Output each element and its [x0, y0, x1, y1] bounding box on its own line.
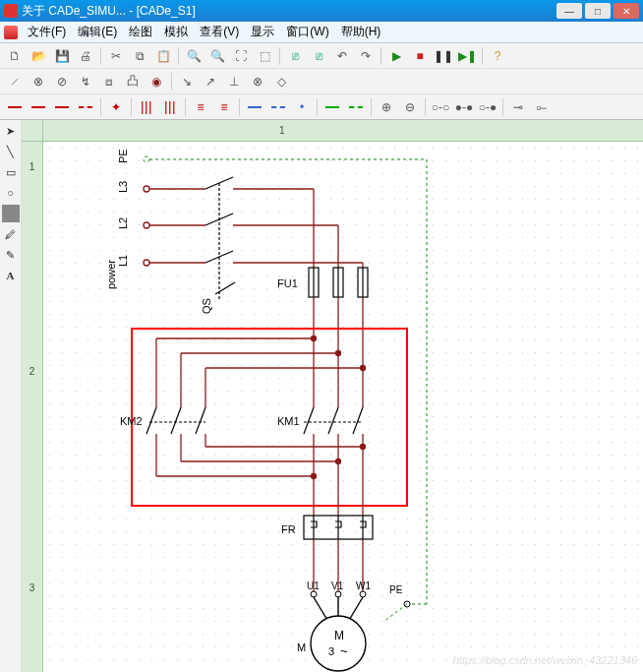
zoom-window-icon[interactable]: ⬚ — [254, 45, 275, 67]
step-icon[interactable]: ▶❚ — [456, 45, 478, 67]
main-area: ➤ ╲ ▭ ○ ▬ 🖉 ✎ A 1 2 3 1 — [0, 120, 643, 672]
wire-3p-red2-icon[interactable]: ǀǀǀ — [159, 96, 181, 118]
label-motor-sine: ~ — [340, 643, 348, 658]
print-icon[interactable]: 🖨 — [75, 45, 96, 67]
paint-tool-icon[interactable]: 🖉 — [2, 225, 20, 243]
svg-line-70 — [383, 604, 407, 622]
comp-disconnect-icon[interactable]: ⊘ — [51, 71, 73, 92]
undo-icon[interactable]: ↶ — [331, 45, 353, 67]
text-tool-icon[interactable]: A — [2, 267, 20, 284]
comp-breaker-icon[interactable]: ⊗ — [28, 71, 49, 92]
comp-switch-icon[interactable]: ⟋ — [4, 71, 26, 92]
label-motor-3: 3 — [328, 645, 334, 657]
help-icon[interactable]: ? — [487, 45, 508, 67]
term2-icon[interactable]: ⟜ — [531, 96, 553, 118]
comp-push-icon[interactable]: ⊥ — [223, 71, 245, 92]
svg-point-0 — [144, 156, 149, 162]
comp-coil-icon[interactable]: ◇ — [270, 71, 292, 92]
menu-bar: 文件(F) 编辑(E) 绘图 模拟 查看(V) 显示 窗口(W) 帮助(H) — [0, 22, 643, 43]
window-title: 关于 CADe_SIMU... - [CADe_S1] — [22, 3, 556, 20]
comp-lamp-icon[interactable]: ⊗ — [247, 71, 268, 92]
comp-nc-icon[interactable]: ↗ — [200, 71, 221, 92]
zoom-in-icon[interactable]: 🔍 — [183, 45, 205, 67]
menu-simulate[interactable]: 模拟 — [158, 24, 194, 40]
eyedrop-tool-icon[interactable]: ✎ — [2, 246, 20, 264]
circle-tool-icon[interactable]: ○ — [2, 184, 20, 202]
comp-relay-icon[interactable]: 凸 — [122, 71, 144, 92]
separator — [239, 98, 240, 116]
toolbar-main: 🗋 📂 💾 🖨 ✂ ⧉ 📋 🔍 🔍 ⛶ ⬚ ⎚ ⎚ ↶ ↷ ▶ ■ ❚❚ ▶❚ … — [0, 43, 643, 69]
pause-icon[interactable]: ❚❚ — [433, 45, 454, 67]
close-button[interactable]: ✕ — [614, 3, 639, 19]
wire-red-icon[interactable] — [4, 96, 26, 118]
separator — [482, 47, 483, 65]
lib2-icon[interactable]: ⎚ — [308, 45, 329, 67]
wire-red2-icon[interactable] — [28, 96, 49, 118]
menu-window[interactable]: 窗口(W) — [280, 24, 334, 40]
label-pe2: PE — [389, 584, 403, 595]
pointer-tool-icon[interactable]: ➤ — [2, 122, 20, 140]
selection-box — [132, 329, 407, 506]
wire-blue-icon[interactable] — [244, 96, 265, 118]
wire-node-icon[interactable]: ✦ — [105, 96, 127, 118]
wire-green-dash-icon[interactable] — [345, 96, 367, 118]
wire-3p-red-icon[interactable]: ǀǀǀ — [136, 96, 157, 118]
ruler-v-1: 1 — [22, 161, 42, 172]
fillrect-tool-icon[interactable]: ▬ — [2, 205, 20, 222]
menu-display[interactable]: 显示 — [245, 24, 280, 40]
drawing-canvas[interactable]: PE L3 L2 L1 power QS FU1 KM1 KM2 FR U1 V… — [43, 142, 643, 672]
menu-file[interactable]: 文件(F) — [22, 24, 72, 40]
wire-red3-icon[interactable] — [51, 96, 73, 118]
label-v1: V1 — [331, 580, 344, 591]
label-km1: KM1 — [277, 415, 300, 427]
term-icon[interactable]: ⊸ — [507, 96, 529, 118]
label-km2: KM2 — [120, 415, 143, 427]
wire-blue-node-icon[interactable]: • — [291, 96, 313, 118]
conn1-icon[interactable]: ○-○ — [430, 96, 451, 118]
svg-point-4 — [144, 186, 149, 192]
junction-icon[interactable]: ⊕ — [376, 96, 397, 118]
copy-icon[interactable]: ⧉ — [129, 45, 150, 67]
separator — [185, 98, 186, 116]
svg-line-32 — [353, 407, 363, 434]
separator — [178, 47, 179, 65]
save-icon[interactable]: 💾 — [51, 45, 73, 67]
comp-thermal-icon[interactable]: ⧈ — [98, 71, 120, 92]
ruler-v-3: 3 — [22, 582, 42, 593]
menu-view[interactable]: 查看(V) — [194, 24, 245, 40]
comp-motor-icon[interactable]: ◉ — [146, 71, 167, 92]
comp-contactor-icon[interactable]: ↯ — [75, 71, 96, 92]
zoom-out-icon[interactable]: 🔍 — [206, 45, 228, 67]
wire-3h-red2-icon[interactable]: ≡ — [213, 96, 235, 118]
separator — [131, 98, 132, 116]
wire-3h-red-icon[interactable]: ≡ — [190, 96, 211, 118]
wire-green-icon[interactable] — [322, 96, 343, 118]
wire-red-dash-icon[interactable] — [75, 96, 96, 118]
menu-edit[interactable]: 编辑(E) — [72, 24, 123, 40]
rect-tool-icon[interactable]: ▭ — [2, 163, 20, 181]
zoom-fit-icon[interactable]: ⛶ — [230, 45, 252, 67]
new-file-icon[interactable]: 🗋 — [4, 45, 26, 67]
conn3-icon[interactable]: ○-● — [477, 96, 498, 118]
paste-icon[interactable]: 📋 — [152, 45, 174, 67]
redo-icon[interactable]: ↷ — [355, 45, 377, 67]
open-file-icon[interactable]: 📂 — [28, 45, 49, 67]
junction2-icon[interactable]: ⊖ — [399, 96, 421, 118]
cut-icon[interactable]: ✂ — [105, 45, 127, 67]
label-fr: FR — [281, 523, 296, 535]
svg-point-6 — [144, 260, 149, 266]
menu-draw[interactable]: 绘图 — [123, 24, 158, 40]
separator — [100, 47, 101, 65]
label-motor-m2: M — [297, 641, 306, 653]
play-icon[interactable]: ▶ — [385, 45, 407, 67]
line-tool-icon[interactable]: ╲ — [2, 143, 20, 160]
wire-blue-dash-icon[interactable] — [267, 96, 289, 118]
comp-no-icon[interactable]: ↘ — [176, 71, 198, 92]
conn2-icon[interactable]: ●-● — [453, 96, 475, 118]
stop-icon[interactable]: ■ — [409, 45, 431, 67]
menu-help[interactable]: 帮助(H) — [335, 24, 387, 40]
maximize-button[interactable]: □ — [585, 3, 611, 19]
minimize-button[interactable]: — — [556, 3, 582, 19]
toolbar-wires: ✦ ǀǀǀ ǀǀǀ ≡ ≡ • ⊕ ⊖ ○-○ ●-● ○-● ⊸ ⟜ — [0, 94, 643, 120]
lib-icon[interactable]: ⎚ — [284, 45, 306, 67]
